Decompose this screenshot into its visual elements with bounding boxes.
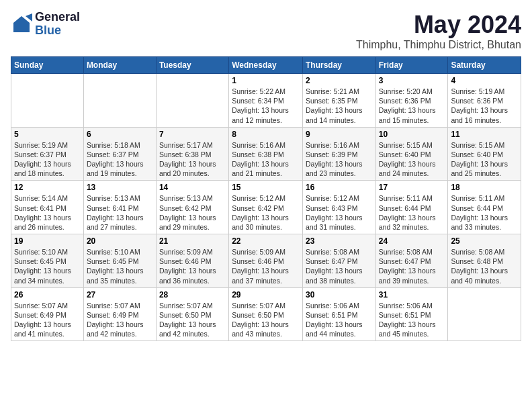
calendar-cell: 22Sunrise: 5:09 AMSunset: 6:46 PMDayligh… [229,234,303,288]
day-number: 26 [14,290,81,300]
day-number: 9 [306,130,373,139]
day-number: 20 [87,236,153,246]
calendar-cell: 24Sunrise: 5:08 AMSunset: 6:47 PMDayligh… [375,234,448,288]
day-info: Sunrise: 5:12 AMSunset: 6:43 PMDaylight:… [306,193,373,232]
calendar-cell [11,74,84,128]
day-number: 5 [14,130,81,139]
day-number: 29 [232,290,300,300]
calendar-cell: 30Sunrise: 5:06 AMSunset: 6:51 PMDayligh… [302,287,375,341]
calendar-cell: 14Sunrise: 5:13 AMSunset: 6:42 PMDayligh… [156,181,228,234]
logo: General Blue [11,11,80,38]
calendar-cell: 6Sunrise: 5:18 AMSunset: 6:37 PMDaylight… [83,127,156,181]
day-number: 1 [232,76,300,85]
calendar-cell [156,74,228,128]
logo-general-text: General [35,11,80,24]
day-info: Sunrise: 5:09 AMSunset: 6:46 PMDaylight:… [159,247,226,285]
day-number: 4 [451,76,518,85]
day-number: 22 [232,236,300,246]
day-number: 10 [379,130,445,139]
calendar-cell: 1Sunrise: 5:22 AMSunset: 6:34 PMDaylight… [229,74,303,128]
day-number: 18 [451,183,518,192]
day-info: Sunrise: 5:08 AMSunset: 6:47 PMDaylight:… [306,247,373,285]
calendar-cell: 28Sunrise: 5:07 AMSunset: 6:50 PMDayligh… [156,287,228,341]
calendar-cell: 3Sunrise: 5:20 AMSunset: 6:36 PMDaylight… [375,74,448,128]
calendar-cell: 29Sunrise: 5:07 AMSunset: 6:50 PMDayligh… [229,287,303,341]
weekday-header: Saturday [448,57,521,74]
day-info: Sunrise: 5:19 AMSunset: 6:37 PMDaylight:… [14,140,81,179]
calendar-cell: 15Sunrise: 5:12 AMSunset: 6:42 PMDayligh… [229,181,303,234]
day-number: 23 [306,236,373,246]
day-number: 6 [87,130,153,139]
calendar-cell: 12Sunrise: 5:14 AMSunset: 6:41 PMDayligh… [11,181,84,234]
day-info: Sunrise: 5:20 AMSunset: 6:36 PMDaylight:… [379,87,445,125]
weekday-header: Thursday [302,57,375,74]
calendar-cell: 17Sunrise: 5:11 AMSunset: 6:44 PMDayligh… [375,181,448,234]
calendar-cell: 9Sunrise: 5:16 AMSunset: 6:39 PMDaylight… [302,127,375,181]
calendar-cell: 23Sunrise: 5:08 AMSunset: 6:47 PMDayligh… [302,234,375,288]
day-number: 16 [306,183,373,192]
day-info: Sunrise: 5:15 AMSunset: 6:40 PMDaylight:… [379,140,445,179]
weekday-header: Friday [375,57,448,74]
calendar-cell [448,287,521,341]
month-title: May 2024 [356,11,521,39]
day-number: 11 [451,130,518,139]
day-info: Sunrise: 5:09 AMSunset: 6:46 PMDaylight:… [232,247,300,285]
day-number: 3 [379,76,445,85]
day-info: Sunrise: 5:11 AMSunset: 6:44 PMDaylight:… [451,193,518,232]
day-info: Sunrise: 5:10 AMSunset: 6:45 PMDaylight:… [87,247,153,285]
day-number: 12 [14,183,81,192]
day-number: 28 [159,290,226,300]
calendar-cell: 8Sunrise: 5:16 AMSunset: 6:38 PMDaylight… [229,127,303,181]
day-number: 15 [232,183,300,192]
day-number: 2 [306,76,373,85]
calendar-cell: 2Sunrise: 5:21 AMSunset: 6:35 PMDaylight… [302,74,375,128]
calendar-cell: 4Sunrise: 5:19 AMSunset: 6:36 PMDaylight… [448,74,521,128]
day-info: Sunrise: 5:10 AMSunset: 6:45 PMDaylight:… [14,247,81,285]
day-number: 21 [159,236,226,246]
day-info: Sunrise: 5:13 AMSunset: 6:42 PMDaylight:… [159,193,226,232]
day-number: 27 [87,290,153,300]
day-number: 24 [379,236,445,246]
day-number: 19 [14,236,81,246]
calendar-cell: 10Sunrise: 5:15 AMSunset: 6:40 PMDayligh… [375,127,448,181]
day-number: 14 [159,183,226,192]
calendar-cell: 19Sunrise: 5:10 AMSunset: 6:45 PMDayligh… [11,234,84,288]
calendar-cell: 26Sunrise: 5:07 AMSunset: 6:49 PMDayligh… [11,287,84,341]
page-header: General Blue May 2024 Thimphu, Thimphu D… [11,11,521,51]
day-number: 13 [87,183,153,192]
day-number: 30 [306,290,373,300]
calendar-cell: 21Sunrise: 5:09 AMSunset: 6:46 PMDayligh… [156,234,228,288]
day-info: Sunrise: 5:06 AMSunset: 6:51 PMDaylight:… [379,301,445,339]
day-info: Sunrise: 5:13 AMSunset: 6:41 PMDaylight:… [87,193,153,232]
calendar-cell: 7Sunrise: 5:17 AMSunset: 6:38 PMDaylight… [156,127,228,181]
calendar-cell: 31Sunrise: 5:06 AMSunset: 6:51 PMDayligh… [375,287,448,341]
day-info: Sunrise: 5:06 AMSunset: 6:51 PMDaylight:… [306,301,373,339]
day-info: Sunrise: 5:07 AMSunset: 6:50 PMDaylight:… [232,301,300,339]
weekday-header: Wednesday [229,57,303,74]
day-info: Sunrise: 5:11 AMSunset: 6:44 PMDaylight:… [379,193,445,232]
day-info: Sunrise: 5:19 AMSunset: 6:36 PMDaylight:… [451,87,518,125]
day-info: Sunrise: 5:21 AMSunset: 6:35 PMDaylight:… [306,87,373,125]
svg-marker-1 [26,13,32,21]
day-info: Sunrise: 5:07 AMSunset: 6:49 PMDaylight:… [14,301,81,339]
calendar-cell: 16Sunrise: 5:12 AMSunset: 6:43 PMDayligh… [302,181,375,234]
title-block: May 2024 Thimphu, Thimphu District, Bhut… [356,11,521,51]
day-info: Sunrise: 5:17 AMSunset: 6:38 PMDaylight:… [159,140,226,179]
day-info: Sunrise: 5:18 AMSunset: 6:37 PMDaylight:… [87,140,153,179]
day-info: Sunrise: 5:07 AMSunset: 6:49 PMDaylight:… [87,301,153,339]
day-number: 25 [451,236,518,246]
day-info: Sunrise: 5:14 AMSunset: 6:41 PMDaylight:… [14,193,81,232]
day-info: Sunrise: 5:07 AMSunset: 6:50 PMDaylight:… [159,301,226,339]
weekday-header: Sunday [11,57,84,74]
day-info: Sunrise: 5:16 AMSunset: 6:38 PMDaylight:… [232,140,300,179]
calendar-cell: 18Sunrise: 5:11 AMSunset: 6:44 PMDayligh… [448,181,521,234]
calendar-cell [83,74,156,128]
calendar-cell: 27Sunrise: 5:07 AMSunset: 6:49 PMDayligh… [83,287,156,341]
day-number: 31 [379,290,445,300]
weekday-header: Monday [83,57,156,74]
calendar-table: SundayMondayTuesdayWednesdayThursdayFrid… [11,56,521,341]
calendar-cell: 11Sunrise: 5:15 AMSunset: 6:40 PMDayligh… [448,127,521,181]
calendar-cell: 20Sunrise: 5:10 AMSunset: 6:45 PMDayligh… [83,234,156,288]
logo-icon [11,13,32,35]
calendar-cell: 25Sunrise: 5:08 AMSunset: 6:48 PMDayligh… [448,234,521,288]
